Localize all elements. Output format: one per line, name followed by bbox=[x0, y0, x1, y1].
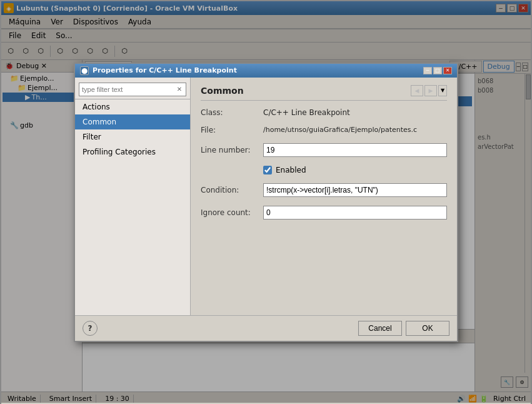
label-enabled: Enabled bbox=[276, 166, 306, 174]
filter-input[interactable] bbox=[82, 86, 183, 93]
os-window: ◈ Lubuntu (Snapshot 0) [Corriendo] - Ora… bbox=[0, 0, 532, 404]
cancel-button[interactable]: Cancel bbox=[358, 321, 402, 336]
value-file: /home/utnso/guiaGrafica/Ejemplo/patentes… bbox=[263, 126, 447, 134]
dialog-main-header: Common ◀ ▶ ▼ bbox=[201, 85, 447, 101]
nav-item-filter[interactable]: Filter bbox=[75, 129, 190, 144]
dialog-title: Properties for C/C++ Line Breakpoint bbox=[93, 66, 237, 74]
label-condition: Condition: bbox=[201, 186, 263, 194]
nav-back-button[interactable]: ◀ bbox=[411, 85, 423, 96]
form-row-file: File: /home/utnso/guiaGrafica/Ejemplo/pa… bbox=[201, 126, 447, 134]
nav-item-common[interactable]: Common bbox=[75, 114, 190, 129]
dialog-footer-buttons: Cancel OK bbox=[358, 321, 449, 336]
dialog-sidebar: ✕ Actions Common Filter Profiling Categ bbox=[75, 78, 191, 315]
filter-input-wrapper: ✕ bbox=[79, 83, 186, 96]
form-row-class: Class: C/C++ Line Breakpoint bbox=[201, 108, 447, 117]
modal-overlay: ⬤ Properties for C/C++ Line Breakpoint −… bbox=[1, 1, 531, 403]
dialog-icon: ⬤ bbox=[80, 66, 89, 75]
filter-clear-button[interactable]: ✕ bbox=[174, 84, 184, 94]
nav-forward-button[interactable]: ▶ bbox=[424, 85, 437, 96]
breakpoint-dialog: ⬤ Properties for C/C++ Line Breakpoint −… bbox=[74, 63, 458, 342]
value-class: C/C++ Line Breakpoint bbox=[263, 108, 447, 117]
dialog-window-controls: − □ ✕ bbox=[423, 67, 452, 74]
nav-dropdown-button[interactable]: ▼ bbox=[438, 85, 447, 96]
dialog-minimize-button[interactable]: − bbox=[423, 67, 432, 74]
dialog-title-left: ⬤ Properties for C/C++ Line Breakpoint bbox=[80, 66, 237, 75]
input-ignore-count[interactable] bbox=[263, 206, 447, 220]
dialog-close-button[interactable]: ✕ bbox=[443, 67, 452, 74]
dialog-body: ✕ Actions Common Filter Profiling Categ bbox=[75, 78, 457, 315]
dialog-main-content: Common ◀ ▶ ▼ Class: C/C++ Line Breakpoin… bbox=[191, 78, 457, 315]
nav-item-profiling-categories[interactable]: Profiling Categories bbox=[75, 144, 190, 159]
dialog-section-title: Common bbox=[201, 86, 244, 96]
checkbox-enabled[interactable] bbox=[263, 166, 272, 174]
label-ignore-count: Ignore count: bbox=[201, 208, 263, 217]
dialog-maximize-button[interactable]: □ bbox=[433, 67, 442, 74]
form-row-ignore-count: Ignore count: bbox=[201, 206, 447, 220]
dialog-titlebar: ⬤ Properties for C/C++ Line Breakpoint −… bbox=[75, 64, 457, 78]
label-file: File: bbox=[201, 126, 263, 134]
label-line-number: Line number: bbox=[201, 146, 263, 154]
ok-button[interactable]: OK bbox=[406, 321, 449, 336]
form-row-enabled: Enabled bbox=[263, 166, 447, 174]
help-button[interactable]: ? bbox=[83, 321, 98, 336]
label-class: Class: bbox=[201, 108, 263, 117]
dialog-nav-arrows: ◀ ▶ ▼ bbox=[411, 85, 447, 96]
form-row-line-number: Line number: bbox=[201, 143, 447, 157]
dialog-footer: ? Cancel OK bbox=[75, 315, 457, 341]
form-row-condition: Condition: bbox=[201, 183, 447, 197]
input-line-number[interactable] bbox=[263, 143, 447, 157]
dialog-filter-area: ✕ bbox=[75, 80, 190, 99]
nav-item-actions[interactable]: Actions bbox=[75, 99, 190, 114]
input-condition[interactable] bbox=[263, 183, 447, 197]
